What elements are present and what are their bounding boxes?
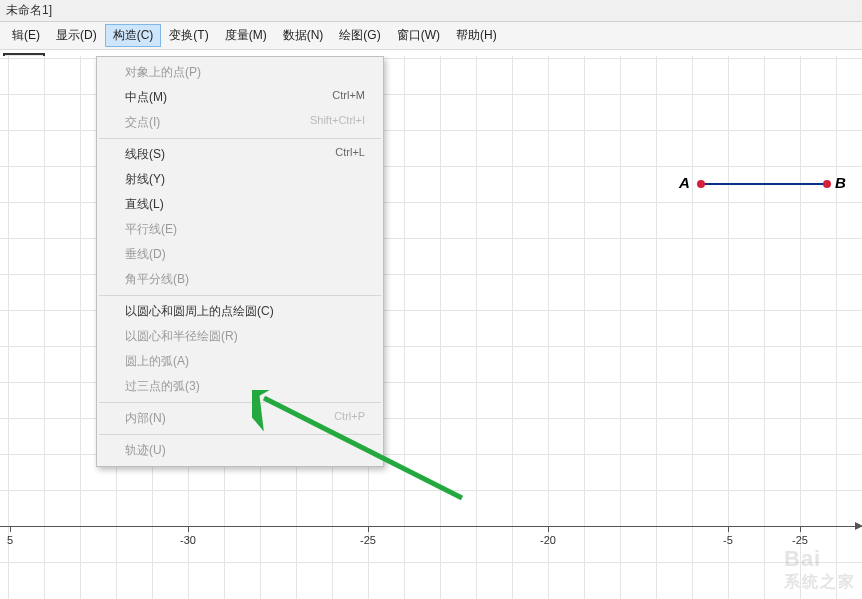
point-A-label: A	[679, 174, 690, 191]
point-dot-icon	[823, 180, 831, 188]
menu-item-midpoint[interactable]: 中点(M)Ctrl+M	[97, 85, 383, 110]
watermark: Bai 系统之家	[784, 546, 856, 593]
axis-tick-label: 5	[7, 534, 13, 546]
menu-item-circle-center-radius: 以圆心和半径绘圆(R)	[97, 324, 383, 349]
menu-item-interior: 内部(N)Ctrl+P	[97, 406, 383, 431]
title-bar: 未命名1]	[0, 0, 862, 22]
menu-separator	[99, 402, 381, 403]
menu-item-segment[interactable]: 线段(S)Ctrl+L	[97, 142, 383, 167]
point-B-label: B	[835, 174, 846, 191]
menu-item-locus: 轨迹(U)	[97, 438, 383, 463]
menu-window[interactable]: 窗口(W)	[389, 24, 448, 47]
point-dot-icon	[697, 180, 705, 188]
canvas[interactable]: 5-30-25-20-5-25 A B 对象上的点(P) 中点(M)Ctrl+M…	[0, 56, 862, 599]
menu-separator	[99, 138, 381, 139]
axis-tick	[188, 526, 189, 532]
menu-item-arc-three-points: 过三点的弧(3)	[97, 374, 383, 399]
menu-measure[interactable]: 度量(M)	[217, 24, 275, 47]
menu-item-perpendicular: 垂线(D)	[97, 242, 383, 267]
axis-tick	[10, 526, 11, 532]
watermark-line2: 系统之家	[784, 572, 856, 593]
window-title: 未命名1]	[6, 3, 52, 17]
menu-bar: 辑(E) 显示(D) 构造(C) 变换(T) 度量(M) 数据(N) 绘图(G)…	[0, 22, 862, 50]
axis-tick	[800, 526, 801, 532]
menu-separator	[99, 434, 381, 435]
axis-tick-label: -20	[540, 534, 556, 546]
menu-item-intersection: 交点(I)Shift+Ctrl+I	[97, 110, 383, 135]
menu-transform[interactable]: 变换(T)	[161, 24, 216, 47]
menu-item-parallel: 平行线(E)	[97, 217, 383, 242]
axis-tick-label: -5	[723, 534, 733, 546]
axis-tick-label: -25	[360, 534, 376, 546]
x-axis	[0, 526, 862, 527]
menu-construct[interactable]: 构造(C)	[105, 24, 162, 47]
menu-graph[interactable]: 绘图(G)	[331, 24, 388, 47]
construct-menu-dropdown: 对象上的点(P) 中点(M)Ctrl+M 交点(I)Shift+Ctrl+I 线…	[96, 56, 384, 467]
axis-tick-label: -25	[792, 534, 808, 546]
axis-tick	[728, 526, 729, 532]
axis-tick	[548, 526, 549, 532]
menu-item-circle-center-point[interactable]: 以圆心和圆周上的点绘圆(C)	[97, 299, 383, 324]
menu-edit[interactable]: 辑(E)	[4, 24, 48, 47]
menu-item-ray[interactable]: 射线(Y)	[97, 167, 383, 192]
menu-display[interactable]: 显示(D)	[48, 24, 105, 47]
menu-separator	[99, 295, 381, 296]
menu-item-point-on-object: 对象上的点(P)	[97, 60, 383, 85]
menu-item-line[interactable]: 直线(L)	[97, 192, 383, 217]
menu-help[interactable]: 帮助(H)	[448, 24, 505, 47]
axis-tick	[368, 526, 369, 532]
watermark-line1: Bai	[784, 546, 856, 572]
menu-item-angle-bisector: 角平分线(B)	[97, 267, 383, 292]
segment-AB[interactable]	[701, 183, 825, 185]
menu-item-arc-on-circle: 圆上的弧(A)	[97, 349, 383, 374]
menu-data[interactable]: 数据(N)	[275, 24, 332, 47]
axis-tick-label: -30	[180, 534, 196, 546]
